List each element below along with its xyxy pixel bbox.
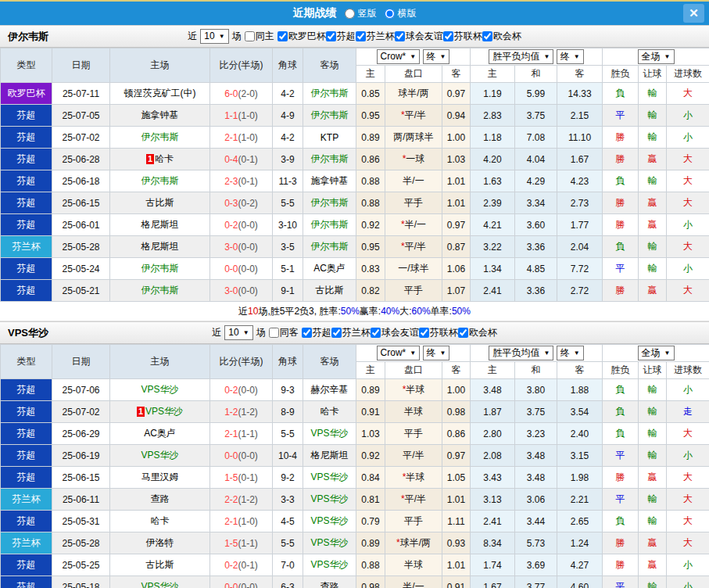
corner-count-cell: 9-2 — [273, 467, 303, 489]
league-checkbox-input[interactable] — [395, 31, 405, 41]
match-count-select[interactable]: 10▼ — [224, 325, 252, 340]
match-rows-ilves: 欧罗巴杯25-07-11顿涅茨克矿工(中)6-0(2-0)4-2伊尔韦斯0.85… — [1, 83, 709, 302]
same-venue-checkbox-input[interactable] — [245, 31, 255, 41]
scope-group-header: 全场▼ — [603, 48, 709, 66]
result-cell: 負 — [603, 83, 639, 105]
league-checkbox[interactable]: 欧会杯 — [458, 326, 497, 339]
corner-count-cell: 3-5 — [273, 236, 303, 258]
rank-badge: 1 — [137, 407, 145, 417]
league-checkbox[interactable]: 球会友谊 — [395, 30, 443, 43]
euro-draw-odds-cell: 5.99 — [515, 83, 557, 105]
match-row: 芬兰杯25-05-28伊洛特1-5(1-1)5-5VPS华沙0.89*球半/两0… — [1, 532, 709, 554]
league-checkbox[interactable]: 芬兰杯 — [331, 326, 371, 339]
league-checkbox[interactable]: 球会友谊 — [371, 326, 419, 339]
handicap-cell: 平手 — [385, 423, 442, 445]
full-match-select[interactable]: 全场▼ — [638, 49, 675, 64]
asian-away-odds-cell: 0.86 — [442, 423, 471, 445]
league-checkbox-input[interactable] — [326, 31, 336, 41]
chevron-down-icon: ▼ — [243, 327, 249, 339]
corner-count-cell: 8-9 — [273, 401, 303, 423]
score-cell: 0-2(0-1) — [210, 554, 273, 576]
euro-home-odds-cell: 1.63 — [471, 170, 515, 192]
league-checkbox[interactable]: 芬超 — [302, 326, 331, 339]
league-checkbox-input[interactable] — [302, 328, 312, 338]
euro-draw-odds-cell: 3.06 — [515, 489, 557, 511]
home-team-cell: 古比斯 — [110, 554, 210, 576]
summary-segment: 50% — [452, 306, 471, 317]
sub-header-asian-away: 客 — [442, 362, 471, 379]
euro-avg-select[interactable]: 胜平负均值▼ — [489, 346, 553, 360]
league-checkbox[interactable]: 欧会杯 — [482, 30, 521, 43]
corner-count-cell: 9-3 — [273, 379, 303, 401]
league-checkbox-input[interactable] — [419, 328, 429, 338]
scope-group-header: 全场▼ — [603, 345, 709, 362]
euro-home-odds-cell: 2.39 — [471, 192, 515, 214]
league-checkbox[interactable]: 芬超 — [326, 30, 356, 43]
chevron-down-icon: ▼ — [543, 347, 550, 359]
layout-vertical-label: 竖版 — [358, 7, 377, 20]
sub-header-handicap: 盘口 — [385, 66, 442, 83]
match-row: 芬超25-07-06VPS华沙0-2(0-0)9-3赫尔辛基0.89*半球1.0… — [1, 379, 709, 401]
layout-horizontal-radio[interactable] — [385, 9, 395, 19]
sub-header-euro-draw: 和 — [515, 66, 557, 83]
euro-final-select[interactable]: 终▼ — [557, 346, 584, 360]
corner-count-cell: 5-5 — [273, 192, 303, 214]
euro-draw-odds-cell: 7.08 — [515, 127, 557, 149]
full-match-select[interactable]: 全场▼ — [638, 346, 675, 360]
date-cell: 25-06-19 — [52, 445, 110, 467]
layout-vertical-option[interactable]: 竖版 — [345, 7, 377, 20]
league-checkbox-label: 欧会杯 — [493, 30, 521, 43]
bookmaker-select[interactable]: Crow*▼ — [377, 49, 421, 64]
euro-odds-group-header: 胜平负均值▼ 终▼ — [471, 345, 603, 362]
league-checkbox[interactable]: 芬联杯 — [419, 326, 458, 339]
layout-horizontal-option[interactable]: 横版 — [385, 7, 417, 20]
euro-home-odds-cell: 4.21 — [471, 214, 515, 236]
goals-result-cell: 大 — [667, 489, 709, 511]
league-checkbox[interactable]: 欧罗巴杯 — [278, 30, 326, 43]
score-cell: 2-3(0-1) — [210, 170, 273, 192]
filter-controls: 近 10▼ 场 同客 芬超芬兰杯球会友谊芬联杯欧会杯 — [212, 325, 496, 340]
same-venue-checkbox-input[interactable] — [269, 328, 279, 338]
league-checkbox-input[interactable] — [482, 31, 492, 41]
col-header-score: 比分(半场) — [210, 48, 273, 83]
league-checkbox-label: 球会友谊 — [406, 30, 443, 43]
bookmaker-select[interactable]: Crow*▼ — [377, 346, 421, 360]
date-cell: 25-07-11 — [52, 83, 110, 105]
sub-header-result: 胜负 — [603, 66, 639, 83]
league-type-cell: 芬超 — [1, 214, 52, 236]
corner-count-cell: 5-1 — [273, 258, 303, 280]
league-checkbox-input[interactable] — [371, 328, 381, 338]
same-venue-checkbox[interactable]: 同主 — [245, 30, 274, 43]
score-cell: 2-1(1-1) — [210, 423, 273, 445]
handicap-cell: *球半/两 — [385, 532, 442, 554]
league-checkbox[interactable]: 芬兰杯 — [356, 30, 395, 43]
match-table-ilves: 类型 日期 主场 比分(半场) 角球 客场 Crow*▼ 终▼ 胜平负均值▼ 终… — [0, 48, 709, 302]
asian-final-select[interactable]: 终▼ — [423, 49, 450, 64]
goals-result-cell: 走 — [667, 401, 709, 423]
euro-avg-select[interactable]: 胜平负均值▼ — [489, 49, 553, 64]
home-team-cell: 伊尔韦斯 — [110, 127, 210, 149]
corner-count-cell: 10-4 — [273, 445, 303, 467]
euro-draw-odds-cell: 3.80 — [515, 379, 557, 401]
match-row: 芬超25-05-21伊尔韦斯3-0(0-0)9-1古比斯0.82平手1.072.… — [1, 280, 709, 302]
league-checkbox[interactable]: 芬联杯 — [443, 30, 482, 43]
away-team-cell: VPS华沙 — [303, 532, 356, 554]
euro-final-select[interactable]: 终▼ — [557, 49, 584, 64]
euro-home-odds-cell: 1.34 — [471, 258, 515, 280]
league-checkbox-input[interactable] — [356, 31, 366, 41]
league-checkbox-input[interactable] — [331, 328, 342, 338]
layout-vertical-radio[interactable] — [345, 9, 355, 19]
asian-final-select[interactable]: 终▼ — [423, 346, 450, 360]
close-button[interactable]: ✕ — [683, 4, 704, 23]
handicap-result-cell: 輸 — [639, 170, 667, 192]
match-count-select[interactable]: 10▼ — [200, 29, 228, 44]
league-type-cell: 芬超 — [1, 192, 52, 214]
league-checkbox-input[interactable] — [458, 328, 468, 338]
recent-results-window: 近期战绩 竖版 横版 ✕ 伊尔韦斯 近 10▼ 场 同主 欧罗巴杯芬超芬兰杯球会… — [0, 0, 709, 588]
corner-count-cell: 7-0 — [273, 554, 303, 576]
goals-result-cell: 大 — [667, 83, 709, 105]
away-team-cell: VPS华沙 — [303, 467, 356, 489]
league-checkbox-input[interactable] — [443, 31, 453, 41]
same-venue-checkbox[interactable]: 同客 — [269, 326, 299, 339]
league-checkbox-input[interactable] — [278, 31, 288, 41]
